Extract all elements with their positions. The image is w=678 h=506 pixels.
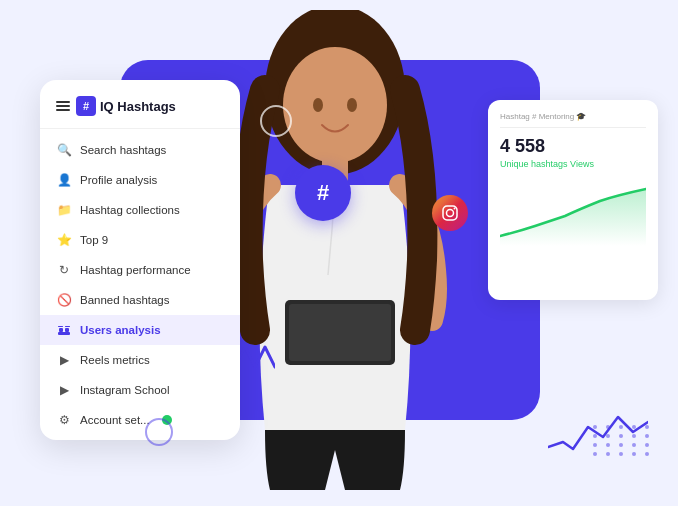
svg-point-14 (454, 208, 456, 210)
svg-rect-11 (289, 304, 391, 361)
chart-svg (500, 181, 646, 246)
sidebar-label-top9: Top 9 (80, 234, 108, 246)
app-name-label: IQ Hashtags (100, 99, 176, 114)
metrics-panel: Hashtag # Mentoring 🎓 4 558 Unique hasht… (488, 100, 658, 300)
sidebar-label-banned: Banned hashtags (80, 294, 170, 306)
sidebar-label-account: Account set... (80, 414, 150, 426)
circle-decoration-top (260, 105, 292, 137)
search-icon: 🔍 (56, 142, 72, 158)
sidebar-item-banned-hashtags[interactable]: 🚫 Banned hashtags (40, 285, 240, 315)
svg-rect-1 (59, 328, 63, 332)
svg-point-13 (447, 210, 454, 217)
sidebar-item-instagram-school[interactable]: ▶ Instagram School (40, 375, 240, 405)
profile-icon: 👤 (56, 172, 72, 188)
sidebar-item-top-9[interactable]: ⭐ Top 9 (40, 225, 240, 255)
svg-point-7 (313, 98, 323, 112)
hashtag-bubble: # (295, 165, 351, 221)
sidebar-label-school: Instagram School (80, 384, 170, 396)
panel-title-label: Hashtag # Mentoring 🎓 (500, 112, 646, 121)
main-scene: # IQ Hashtags 🔍 Search hashtags 👤 Profil… (0, 0, 678, 506)
users-icon (56, 322, 72, 338)
sidebar-label-performance: Hashtag performance (80, 264, 191, 276)
svg-rect-3 (58, 326, 63, 327)
bottom-chart-decoration (548, 407, 648, 461)
hashtag-symbol: # (317, 180, 329, 206)
circle-decoration-bottom (145, 418, 173, 446)
gear-icon: ⚙ (56, 412, 72, 428)
sidebar-item-reels-metrics[interactable]: ▶ Reels metrics (40, 345, 240, 375)
folder-icon: 📁 (56, 202, 72, 218)
instagram-bubble (432, 195, 468, 231)
sidebar-panel: # IQ Hashtags 🔍 Search hashtags 👤 Profil… (40, 80, 240, 440)
logo-hash-icon: # (76, 96, 96, 116)
sidebar-label-collections: Hashtag collections (80, 204, 180, 216)
svg-rect-0 (58, 332, 70, 335)
sidebar-item-hashtag-collections[interactable]: 📁 Hashtag collections (40, 195, 240, 225)
metric-value-display: 4 558 (500, 136, 646, 157)
hamburger-menu-button[interactable] (56, 101, 70, 111)
svg-point-8 (347, 98, 357, 112)
sidebar-item-users-analysis[interactable]: Users analysis (40, 315, 240, 345)
metric-label-display: Unique hashtags Views (500, 159, 646, 169)
svg-rect-4 (65, 326, 70, 327)
chart-area (500, 181, 646, 251)
sidebar-header: # IQ Hashtags (40, 96, 240, 129)
ban-icon: 🚫 (56, 292, 72, 308)
sidebar-item-hashtag-performance[interactable]: ↻ Hashtag performance (40, 255, 240, 285)
sidebar-label-profile: Profile analysis (80, 174, 157, 186)
app-logo: # IQ Hashtags (76, 96, 176, 116)
sidebar-item-search-hashtags[interactable]: 🔍 Search hashtags (40, 135, 240, 165)
sidebar-item-account-settings[interactable]: ⚙ Account set... (40, 405, 240, 435)
sidebar-label-reels: Reels metrics (80, 354, 150, 366)
instagram-icon (440, 203, 460, 223)
school-icon: ▶ (56, 382, 72, 398)
star-icon: ⭐ (56, 232, 72, 248)
video-icon: ▶ (56, 352, 72, 368)
sidebar-label-users: Users analysis (80, 324, 161, 336)
svg-rect-2 (65, 328, 69, 332)
performance-icon: ↻ (56, 262, 72, 278)
svg-point-6 (283, 47, 387, 163)
sidebar-item-profile-analysis[interactable]: 👤 Profile analysis (40, 165, 240, 195)
sidebar-label-search: Search hashtags (80, 144, 166, 156)
